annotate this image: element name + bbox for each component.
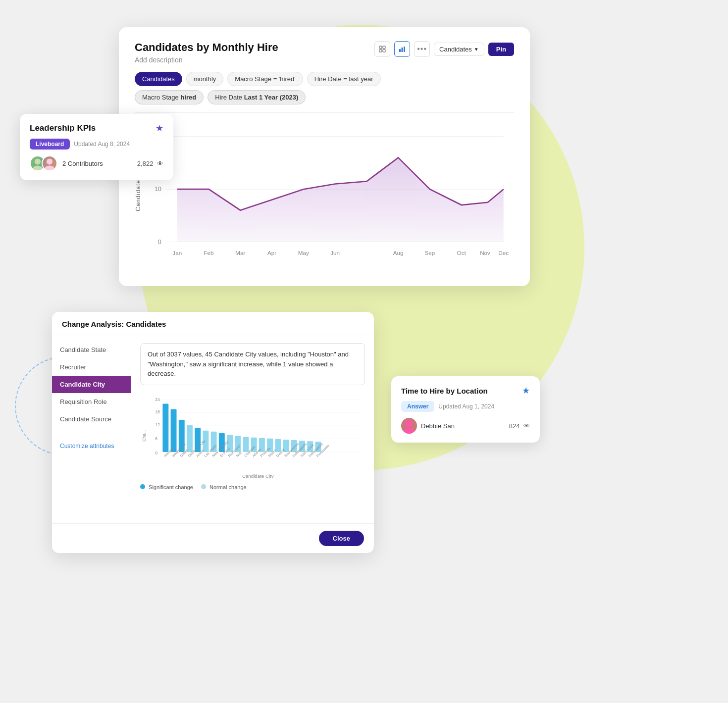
change-sidebar: Candidate State Recruiter Candidate City… [52,335,131,523]
avatar-group [30,155,57,171]
table-view-button[interactable] [374,41,390,57]
candidates-dropdown-label: Candidates [439,46,472,53]
svg-text:10: 10 [155,185,161,193]
hire-badge-row: Answer Updated Aug 1, 2024 [401,401,530,412]
legend-significant-label: Significant change [149,484,193,490]
hire-contributor-name: Debbie San [421,422,455,430]
svg-text:0: 0 [155,451,157,455]
change-card-footer: Close [52,523,374,553]
hire-avatar [401,418,417,434]
chart-legend: Significant change Normal change [140,484,365,490]
legend-normal-label: Normal change [209,484,247,490]
card-title-section: Candidates by Monthly Hire Add descripti… [135,41,278,64]
svg-point-79 [406,420,413,427]
card-subtitle: Add description [135,56,278,64]
svg-rect-40 [187,425,193,452]
svg-text:Sep: Sep [425,250,435,256]
sidebar-item-candidate-source[interactable]: Candidate Source [52,410,131,428]
svg-rect-37 [162,403,168,452]
hire-star-icon[interactable]: ★ [522,385,530,396]
more-dots-icon: ••• [417,45,427,53]
svg-text:0: 0 [158,238,161,246]
svg-rect-2 [379,50,382,52]
sidebar-item-recruiter[interactable]: Recruiter [52,358,131,376]
filter-hire-last-year[interactable]: Hire Date Last 1 Year (2023) [208,90,306,104]
bar-chart-svg: 24 18 12 6 0 [140,393,365,479]
hire-contributors-row: Debbie San 824 👁 [401,418,530,434]
chart-container: 10 0 Jan Feb Mar Apr May [146,121,514,270]
kpi-card-header: Leadership KPIs ★ [30,123,163,134]
main-chart-card: Candidates by Monthly Hire Add descripti… [119,27,530,286]
filter-macro-stage[interactable]: Macro Stage = 'hired' [227,72,303,86]
svg-text:Dec: Dec [498,250,509,256]
significant-dot [140,484,145,489]
change-analysis-card: Change Analysis: Candidates Candidate St… [52,312,374,553]
filter-hire-last-year-bold: Last 1 Year (2023) [244,94,299,101]
star-icon[interactable]: ★ [156,123,163,134]
svg-text:Jan: Jan [172,250,182,256]
svg-text:Mar: Mar [235,250,245,256]
kpi-contributors-row: 2 Contributors 2,822 👁 [30,155,163,171]
customize-attributes-link[interactable]: Customize attributes [52,438,131,454]
kpi-badge-row: Liveboard Updated Aug 8, 2024 [30,139,163,150]
card-title: Candidates by Monthly Hire [135,41,278,54]
svg-point-23 [35,158,41,164]
contributors-text: 2 Contributors [62,160,103,167]
hire-eye-icon: 👁 [523,422,530,430]
chart-view-button[interactable] [394,41,410,57]
filter-monthly[interactable]: monthly [186,72,224,86]
svg-rect-3 [383,50,385,52]
sidebar-item-candidate-state[interactable]: Candidate State [52,341,131,358]
header-actions: ••• Candidates ▼ Pin [374,41,514,57]
close-button[interactable]: Close [319,531,364,546]
svg-text:Nov: Nov [480,250,490,256]
kpi-card-title: Leadership KPIs [30,123,96,133]
legend-normal: Normal change [201,484,247,490]
hire-card-header: Time to Hire by Location ★ [401,385,530,396]
filter-macro-hired-bold: hired [180,94,196,101]
sidebar-item-candidate-city[interactable]: Candidate City [52,376,131,393]
svg-rect-1 [383,46,385,49]
svg-text:Cha...: Cha... [142,430,147,441]
change-card-header: Change Analysis: Candidates [52,312,374,335]
svg-text:24: 24 [155,397,160,402]
filter-macro-hired[interactable]: Macro Stage hired [135,90,204,104]
change-card-title: Change Analysis: Candidates [62,320,166,328]
change-description: Out of 3037 values, 45 Candidate City va… [140,343,365,385]
svg-text:6: 6 [155,436,157,441]
svg-point-25 [47,158,52,164]
change-card-body: Candidate State Recruiter Candidate City… [52,335,374,523]
svg-text:Jun: Jun [330,250,340,256]
svg-text:Candidate City: Candidate City [242,473,274,478]
filter-hire-date[interactable]: Hire Date = last year [307,72,381,86]
svg-text:12: 12 [155,422,160,427]
candidates-dropdown[interactable]: Candidates ▼ [434,43,484,56]
sidebar-item-requisition-role[interactable]: Requisition Role [52,393,131,410]
avatar-2 [42,155,57,171]
svg-rect-47 [243,437,249,452]
hire-views-count: 824 [509,422,520,430]
answer-badge[interactable]: Answer [401,401,434,412]
time-to-hire-card: Time to Hire by Location ★ Answer Update… [391,376,540,443]
change-content: Out of 3037 values, 45 Candidate City va… [131,335,374,523]
filter-candidates[interactable]: Candidates [135,72,182,86]
leadership-kpi-card: Leadership KPIs ★ Liveboard Updated Aug … [20,114,173,180]
more-options-button[interactable]: ••• [414,41,430,57]
views-text: 2,822 👁 [137,160,163,167]
pin-button[interactable]: Pin [488,43,514,56]
liveboard-badge[interactable]: Liveboard [30,139,70,150]
svg-text:Feb: Feb [204,250,214,256]
svg-rect-4 [399,49,401,52]
change-chart-area: 24 18 12 6 0 [140,393,365,491]
svg-text:May: May [298,250,309,256]
svg-text:18: 18 [155,409,160,414]
views-count: 2,822 [137,160,154,167]
hire-updated-text: Updated Aug 1, 2024 [438,403,494,410]
line-chart-svg: 10 0 Jan Feb Mar Apr May [146,121,514,268]
divider [135,112,514,113]
hire-card-title: Time to Hire by Location [401,387,488,395]
svg-text:Aug: Aug [393,250,404,256]
hire-views: 824 👁 [509,422,530,430]
svg-rect-0 [379,46,382,49]
y-axis-label: Candidate [135,180,142,211]
